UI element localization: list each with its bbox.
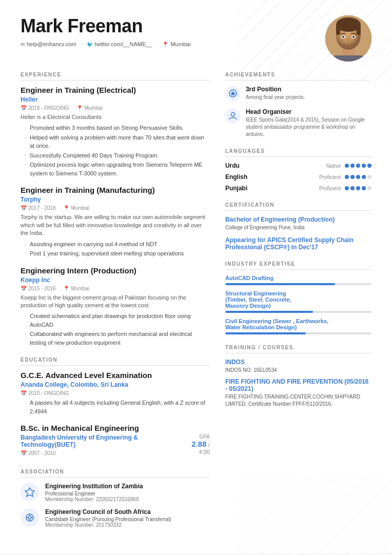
lang-level-punjabi: Proficient: [319, 186, 341, 191]
lang-right-urdu: Native: [326, 163, 371, 169]
job-desc-3: Koepp Inc is the biggest cement group of…: [21, 294, 210, 310]
training-section: TRAINING / COURSES INDOS INDOS NO: 16EL0…: [225, 345, 371, 408]
training-sub-1: INDOS NO: 16EL0534: [225, 367, 371, 374]
dot: [367, 164, 371, 168]
contact-location: Mumbai: [162, 41, 190, 47]
lang-dots-english: [345, 175, 371, 179]
lang-name-punjabi: Punjabi: [225, 185, 247, 192]
bullet: Collaborated with engineers to perform m…: [25, 330, 210, 347]
lang-punjabi: Punjabi Proficient: [225, 185, 371, 192]
job-loc-2: 📍 Mumbai: [63, 205, 89, 211]
education-section: EDUCATION G.C.E. Advanced Level Examinat…: [21, 357, 210, 459]
bullet: Post 1 year training, supervised steel m…: [25, 249, 210, 258]
job-title-3: Engineering Intern (Production): [21, 266, 210, 275]
resume-header: Mark Freeman help@enhancv.com twitter.co…: [21, 15, 371, 62]
svg-point-19: [231, 113, 234, 116]
industry-expertise-section: INDUSTRY EXPERTISE AutoCAD Drafting Stru…: [225, 261, 371, 334]
lang-name-urdu: Urdu: [225, 162, 240, 169]
main-content: EXPERIENCE Engineer in Training (Electri…: [21, 72, 371, 538]
ach-icon-1: [225, 86, 241, 101]
job-item-2: Engineer in Training (Manufacturing) Tor…: [21, 186, 210, 257]
bullet: Assisting engineer in carrying out 4 met…: [25, 240, 210, 249]
job-meta-1: 📅 2018 - ONGOING 📍 Mumbai: [21, 105, 210, 111]
skill-bar-autocad: [225, 283, 371, 285]
dot: [362, 186, 366, 190]
contact-info: help@enhancv.com twitter.com/__NAME__ Mu…: [21, 41, 191, 47]
dot: [350, 186, 355, 190]
avatar: [325, 15, 371, 62]
achievements-section: ACHIEVEMENTS 3rd Position Among final ye…: [225, 72, 371, 138]
gpa-value: 2.88 / 4.00: [181, 440, 210, 455]
assoc-role-2: Candidate Engineer (Pursuing Professiona…: [45, 517, 171, 522]
education-section-title: EDUCATION: [21, 357, 210, 366]
bullet: Successfully Completed 40 Days Training …: [25, 151, 210, 160]
dot-empty: [367, 186, 371, 190]
certification-section: CERTIFICATION Bachelor of Engineering (P…: [225, 202, 371, 251]
map-icon: [162, 42, 168, 47]
contact-twitter: twitter.com/__NAME__: [87, 41, 152, 47]
job-company-2: Torphy: [21, 196, 210, 203]
edu-title-2: B.Sc. in Mechanical Engineering: [21, 424, 210, 432]
skill-name-civil: Civil Engineering (Sewer , Earthworks,Wa…: [225, 318, 371, 330]
lang-dots-urdu: [345, 164, 371, 168]
edu-school-2: Bangladesh University of Engineering & T…: [21, 434, 181, 448]
association-section: ASSOCIATION Engineering Institution of Z…: [21, 469, 210, 528]
job-title-2: Engineer in Training (Manufacturing): [21, 186, 210, 194]
bullet: Created schematics and plan drawings for…: [25, 312, 210, 329]
achievement-2: Head Organiser IEEE Sports Gala(2014 & 2…: [225, 108, 371, 138]
right-column: ACHIEVEMENTS 3rd Position Among final ye…: [225, 72, 371, 538]
svg-marker-11: [25, 488, 34, 497]
training-title-1: INDOS: [225, 359, 371, 366]
experience-section-title: EXPERIENCE: [21, 72, 210, 81]
gpa-block: GPA 2.88 / 4.00: [181, 434, 210, 455]
dot: [362, 164, 366, 168]
candidate-name: Mark Freeman: [21, 15, 191, 37]
certification-title: CERTIFICATION: [225, 202, 371, 211]
training-title: TRAINING / COURSES: [225, 345, 371, 353]
lang-right-english: Proficient: [319, 174, 371, 180]
assoc-role-1: Professional Engineer: [45, 491, 143, 497]
assoc-member-2: Membership Number: 201750332: [45, 522, 171, 528]
job-bullets-3: Created schematics and plan drawings for…: [21, 312, 210, 347]
skill-civil: Civil Engineering (Sewer , Earthworks,Wa…: [225, 318, 371, 334]
lang-english: English Proficient: [225, 173, 371, 181]
dot: [356, 164, 360, 168]
skill-bar-civil: [225, 332, 371, 334]
edu-meta-2: Bangladesh University of Engineering & T…: [21, 434, 210, 459]
svg-rect-10: [333, 55, 364, 62]
assoc-member-1: Membership Number: 220502172016869: [45, 497, 143, 502]
assoc-name-1: Engineering Institution of Zambia: [45, 483, 143, 490]
skill-bar-fill-autocad: [225, 283, 335, 285]
header-left: Mark Freeman help@enhancv.com twitter.co…: [21, 15, 191, 47]
dot: [345, 175, 349, 179]
dot: [345, 186, 349, 190]
edu-meta-1: 📅 2010 - ONGOING: [21, 390, 210, 396]
assoc-info-1: Engineering Institution of Zambia Profes…: [45, 483, 143, 502]
edu-bullets-1: A passes for all 4 subjects including Ge…: [21, 399, 210, 415]
dot: [356, 186, 360, 190]
lang-level-english: Proficient: [319, 174, 341, 180]
job-bullets-1: Promoted within 3 months based on Strong…: [21, 124, 210, 177]
svg-point-8: [342, 36, 344, 38]
achievements-title: ACHIEVEMENTS: [225, 72, 371, 81]
gpa-label: GPA: [181, 434, 210, 440]
edu-item-2: B.Sc. in Mechanical Engineering Banglade…: [21, 424, 210, 459]
languages-title: LANGUAGES: [225, 148, 371, 157]
skill-autocad: AutoCAD Drafting: [225, 275, 371, 285]
job-date-3: 📅 2015 - 2016: [21, 286, 55, 291]
ach-content-2: Head Organiser IEEE Sports Gala(2014 & 2…: [246, 108, 371, 138]
assoc-icon-2: [21, 508, 39, 527]
edu-item-1: G.C.E. Advanced Level Examination Ananda…: [21, 371, 210, 415]
languages-section: LANGUAGES Urdu Native: [225, 148, 371, 192]
lang-dots-punjabi: [345, 186, 371, 190]
bullet: Promoted within 3 months based on Strong…: [25, 124, 210, 132]
lang-level-urdu: Native: [326, 163, 341, 169]
cert-title-1: Bachelor of Engineering (Production): [225, 216, 371, 223]
edu-title-1: G.C.E. Advanced Level Examination: [21, 371, 210, 380]
experience-section: EXPERIENCE Engineer in Training (Electri…: [21, 72, 210, 347]
job-date-2: 📅 2017 - 2018: [21, 205, 55, 211]
ach-icon-2: [225, 108, 241, 124]
edu-school-1: Ananda College, Colombo, Sri Lanka: [21, 381, 210, 388]
email-icon: [21, 42, 25, 47]
ach-desc-2: IEEE Sports Gala(2014 & 2015), Session o…: [246, 116, 371, 138]
